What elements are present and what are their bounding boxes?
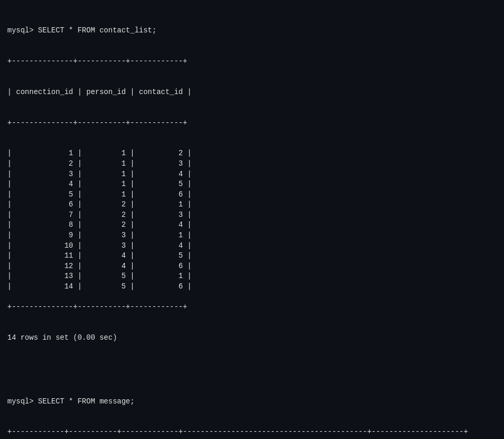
terminal-output: mysql> SELECT * FROM contact_list; +----… (7, 5, 497, 439)
contact-list-rows: | 1 | 1 | 2 | | 2 | 1 | 3 | | 3 | 1 | 4 … (7, 149, 192, 291)
message-header-border1: +------------+-----------+-------------+… (7, 428, 468, 436)
query2-prompt: mysql> SELECT * FROM message; (7, 397, 135, 406)
query1-prompt: mysql> SELECT * FROM contact_list; (7, 26, 157, 34)
query2-section: mysql> SELECT * FROM message; +---------… (7, 386, 497, 439)
query1-section: mysql> SELECT * FROM contact_list; +----… (7, 16, 497, 343)
contact-list-footer: +--------------+-----------+------------… (7, 303, 187, 311)
contact-list-header: | connection_id | person_id | contact_id… (7, 88, 192, 96)
contact-list-summary: 14 rows in set (0.00 sec) (7, 333, 117, 342)
contact-list-row-border1: +--------------+-----------+------------… (7, 119, 187, 127)
contact-list-header-border1: +--------------+-----------+------------… (7, 57, 187, 65)
